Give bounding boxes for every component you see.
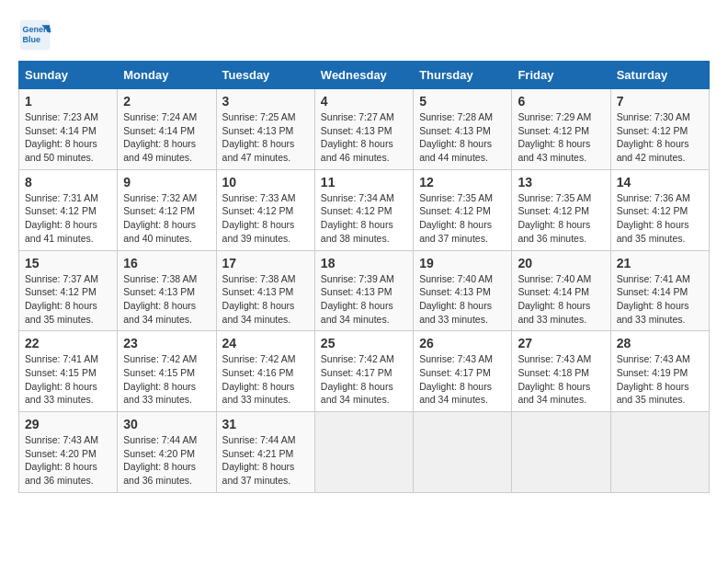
calendar-day-31: 31Sunrise: 7:44 AMSunset: 4:21 PMDayligh… [216,412,314,493]
empty-cell [314,412,413,493]
calendar-day-28: 28Sunrise: 7:43 AMSunset: 4:19 PMDayligh… [610,331,709,412]
calendar-day-17: 17Sunrise: 7:38 AMSunset: 4:13 PMDayligh… [216,250,314,331]
column-header-friday: Friday [512,62,610,89]
calendar-day-6: 6Sunrise: 7:29 AMSunset: 4:12 PMDaylight… [512,89,610,170]
calendar-day-19: 19Sunrise: 7:40 AMSunset: 4:13 PMDayligh… [414,250,512,331]
calendar-day-30: 30Sunrise: 7:44 AMSunset: 4:20 PMDayligh… [118,412,216,493]
calendar-day-15: 15Sunrise: 7:37 AMSunset: 4:12 PMDayligh… [19,250,118,331]
column-header-sunday: Sunday [19,62,118,89]
calendar-day-5: 5Sunrise: 7:28 AMSunset: 4:13 PMDaylight… [414,89,512,170]
column-header-tuesday: Tuesday [216,62,314,89]
calendar-day-23: 23Sunrise: 7:42 AMSunset: 4:15 PMDayligh… [118,331,216,412]
calendar-day-24: 24Sunrise: 7:42 AMSunset: 4:16 PMDayligh… [216,331,314,412]
svg-text:Blue: Blue [23,35,41,44]
calendar-day-3: 3Sunrise: 7:25 AMSunset: 4:13 PMDaylight… [216,89,314,170]
calendar-day-18: 18Sunrise: 7:39 AMSunset: 4:13 PMDayligh… [314,250,413,331]
calendar-day-25: 25Sunrise: 7:42 AMSunset: 4:17 PMDayligh… [314,331,413,412]
calendar-day-22: 22Sunrise: 7:41 AMSunset: 4:15 PMDayligh… [19,331,118,412]
column-header-saturday: Saturday [610,62,709,89]
calendar-day-26: 26Sunrise: 7:43 AMSunset: 4:17 PMDayligh… [414,331,512,412]
calendar-day-4: 4Sunrise: 7:27 AMSunset: 4:13 PMDaylight… [314,89,413,170]
column-header-wednesday: Wednesday [314,62,413,89]
empty-cell [512,412,610,493]
calendar-day-10: 10Sunrise: 7:33 AMSunset: 4:12 PMDayligh… [216,169,314,250]
page-header: General Blue [18,18,710,52]
calendar-day-29: 29Sunrise: 7:43 AMSunset: 4:20 PMDayligh… [19,412,118,493]
logo-icon: General Blue [18,18,51,52]
calendar-day-8: 8Sunrise: 7:31 AMSunset: 4:12 PMDaylight… [19,169,118,250]
empty-cell [414,412,512,493]
calendar-day-13: 13Sunrise: 7:35 AMSunset: 4:12 PMDayligh… [512,169,610,250]
calendar-day-27: 27Sunrise: 7:43 AMSunset: 4:18 PMDayligh… [512,331,610,412]
empty-cell [610,412,709,493]
calendar-day-7: 7Sunrise: 7:30 AMSunset: 4:12 PMDaylight… [610,89,709,170]
calendar-day-16: 16Sunrise: 7:38 AMSunset: 4:13 PMDayligh… [118,250,216,331]
calendar-day-11: 11Sunrise: 7:34 AMSunset: 4:12 PMDayligh… [314,169,413,250]
calendar-day-21: 21Sunrise: 7:41 AMSunset: 4:14 PMDayligh… [610,250,709,331]
calendar-day-2: 2Sunrise: 7:24 AMSunset: 4:14 PMDaylight… [118,89,216,170]
calendar-day-12: 12Sunrise: 7:35 AMSunset: 4:12 PMDayligh… [414,169,512,250]
calendar-table: SundayMondayTuesdayWednesdayThursdayFrid… [18,61,710,493]
column-header-monday: Monday [118,62,216,89]
calendar-day-14: 14Sunrise: 7:36 AMSunset: 4:12 PMDayligh… [610,169,709,250]
calendar-day-1: 1Sunrise: 7:23 AMSunset: 4:14 PMDaylight… [19,89,118,170]
calendar-day-9: 9Sunrise: 7:32 AMSunset: 4:12 PMDaylight… [118,169,216,250]
logo: General Blue [18,18,57,52]
calendar-day-20: 20Sunrise: 7:40 AMSunset: 4:14 PMDayligh… [512,250,610,331]
column-header-thursday: Thursday [414,62,512,89]
